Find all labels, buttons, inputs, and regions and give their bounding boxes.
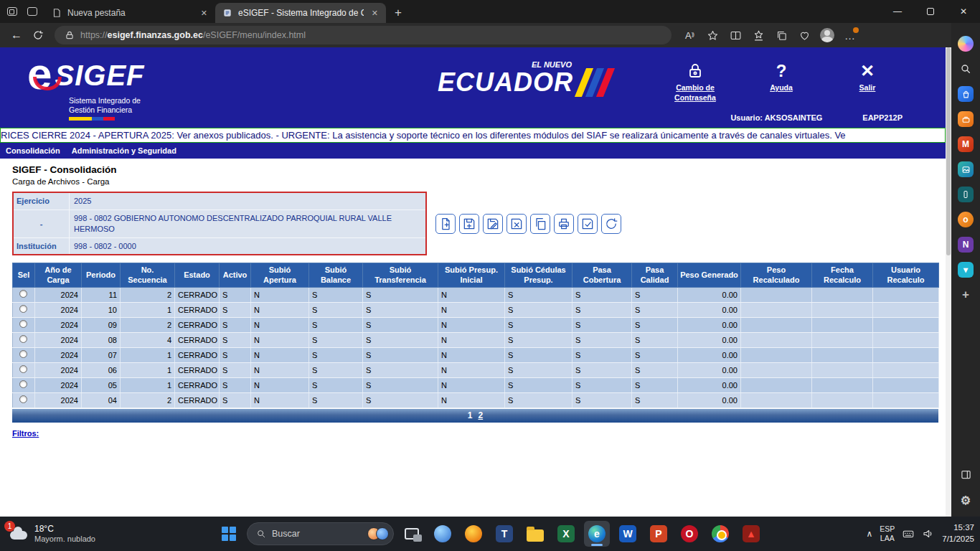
page-scrollbar[interactable] — [946, 47, 951, 517]
volume-icon[interactable] — [922, 527, 935, 540]
microsoft-365-icon[interactable]: M — [958, 136, 974, 152]
url-field[interactable]: https://esigef.finanzas.gob.ec/eSIGEF/me… — [55, 26, 672, 44]
split-screen-icon[interactable] — [725, 25, 746, 45]
table-cell: S — [573, 347, 632, 362]
table-cell — [812, 332, 873, 347]
copilot-icon[interactable] — [958, 36, 974, 52]
teams-app-icon[interactable]: T — [491, 521, 517, 547]
ayuda-button[interactable]: ? Ayuda — [752, 60, 811, 103]
tab-close-icon[interactable]: ✕ — [369, 9, 380, 18]
tab-esigef[interactable]: eSIGEF - Sistema Integrado de G ✕ — [215, 3, 386, 23]
tab-actions-icon[interactable] — [7, 7, 17, 16]
menu-item[interactable]: Administración y Seguridad — [72, 146, 176, 155]
file-explorer-icon[interactable] — [522, 521, 548, 547]
brand-stripes — [580, 68, 609, 97]
add-sidebar-app-icon[interactable]: + — [958, 287, 974, 303]
row-radio[interactable] — [19, 365, 27, 373]
back-button[interactable]: ← — [6, 25, 27, 45]
search-icon — [256, 529, 266, 539]
copilot-app-icon[interactable] — [430, 521, 456, 547]
browser-essentials-icon[interactable] — [793, 25, 815, 45]
profile-avatar[interactable] — [816, 25, 838, 45]
language-indicator[interactable]: ESP LAA — [880, 524, 895, 543]
firefox-app-icon[interactable] — [461, 521, 486, 547]
collections-icon[interactable] — [771, 25, 792, 45]
tab-close-icon[interactable]: ✕ — [199, 9, 209, 18]
row-radio[interactable] — [19, 350, 27, 358]
image-creator-icon[interactable] — [958, 161, 974, 177]
save-file-button[interactable] — [459, 214, 479, 234]
row-select-cell[interactable] — [13, 317, 35, 332]
task-view-button[interactable] — [399, 521, 425, 547]
shopping-icon[interactable] — [958, 86, 974, 102]
onenote-icon[interactable]: N — [958, 237, 974, 253]
tray-overflow-icon[interactable]: ∧ — [866, 529, 872, 539]
row-radio[interactable] — [19, 335, 27, 343]
breadcrumb: Carga de Archivos - Carga — [12, 177, 946, 186]
sidebar-panel-icon[interactable] — [958, 466, 974, 482]
row-select-cell[interactable] — [13, 287, 35, 302]
salir-button[interactable]: ✕ Salir — [838, 60, 897, 103]
recalculate-button[interactable] — [601, 214, 621, 234]
taskbar-search[interactable]: Buscar — [247, 522, 394, 545]
new-file-button[interactable] — [435, 214, 456, 234]
table-cell: S — [363, 347, 438, 362]
approve-file-button[interactable] — [578, 214, 598, 234]
word-app-icon[interactable]: W — [615, 521, 641, 547]
copy-file-button[interactable] — [530, 214, 550, 234]
table-cell: 1 — [121, 362, 175, 377]
row-radio[interactable] — [19, 305, 27, 313]
cambio-contrasena-button[interactable]: Cambio de Contraseña — [666, 60, 725, 103]
table-cell — [741, 362, 812, 377]
window-minimize-button[interactable]: — — [881, 0, 914, 23]
row-select-cell[interactable] — [13, 347, 35, 362]
refresh-button[interactable] — [27, 25, 49, 45]
excel-app-icon[interactable]: X — [553, 521, 579, 547]
row-select-cell[interactable] — [13, 377, 35, 392]
phone-link-icon[interactable] — [958, 187, 974, 202]
touch-keyboard-icon[interactable] — [902, 527, 915, 540]
table-row: 2024084CERRADOSNSSNSSS0.00 — [13, 332, 939, 347]
settings-menu-icon[interactable]: … — [839, 25, 861, 45]
filtros-link[interactable]: Filtros: — [12, 429, 39, 438]
drop-icon[interactable]: ▾ — [958, 262, 974, 278]
edit-file-button[interactable] — [483, 214, 503, 234]
row-radio[interactable] — [19, 320, 27, 328]
menu-item[interactable]: Consolidación — [6, 146, 60, 155]
row-select-cell[interactable] — [13, 362, 35, 377]
window-close-button[interactable]: ✕ — [947, 0, 980, 23]
new-tab-button[interactable]: + — [386, 3, 410, 23]
chrome-app-icon[interactable] — [707, 521, 733, 547]
favorites-icon[interactable] — [748, 25, 769, 45]
tab-nueva-pestana[interactable]: Nueva pestaña ✕ — [44, 3, 215, 23]
table-cell: 11 — [82, 287, 121, 302]
delete-file-button[interactable] — [507, 214, 527, 234]
read-aloud-icon[interactable]: A)) — [679, 25, 700, 45]
print-button[interactable] — [554, 214, 574, 234]
powerpoint-app-icon[interactable]: P — [646, 521, 672, 547]
add-favorite-icon[interactable] — [702, 25, 723, 45]
start-button[interactable] — [216, 521, 242, 547]
table-cell: S — [632, 362, 678, 377]
table-cell: S — [505, 362, 573, 377]
outlook-icon[interactable]: o — [958, 212, 974, 227]
sidebar-settings-icon[interactable]: ⚙ — [958, 492, 974, 508]
search-icon[interactable] — [958, 61, 974, 77]
window-maximize-button[interactable] — [914, 0, 947, 23]
row-select-cell[interactable] — [13, 392, 35, 408]
clock[interactable]: 15:37 7/1/2025 — [942, 522, 974, 545]
workspaces-icon[interactable] — [27, 7, 37, 16]
row-select-cell[interactable] — [13, 332, 35, 347]
row-select-cell[interactable] — [13, 302, 35, 317]
row-radio[interactable] — [19, 290, 27, 298]
tools-icon[interactable] — [958, 111, 974, 127]
page-number-link[interactable]: 2 — [479, 410, 484, 420]
opera-app-icon[interactable]: O — [677, 521, 702, 547]
table-cell: N — [438, 287, 505, 302]
acrobat-app-icon[interactable]: ▲ — [738, 521, 764, 547]
weather-widget[interactable]: 1 18°C Mayorm. nublado — [4, 519, 100, 548]
row-radio[interactable] — [19, 395, 27, 403]
edge-app-icon[interactable]: e — [584, 521, 610, 547]
table-cell: S — [573, 377, 632, 392]
row-radio[interactable] — [19, 380, 27, 388]
